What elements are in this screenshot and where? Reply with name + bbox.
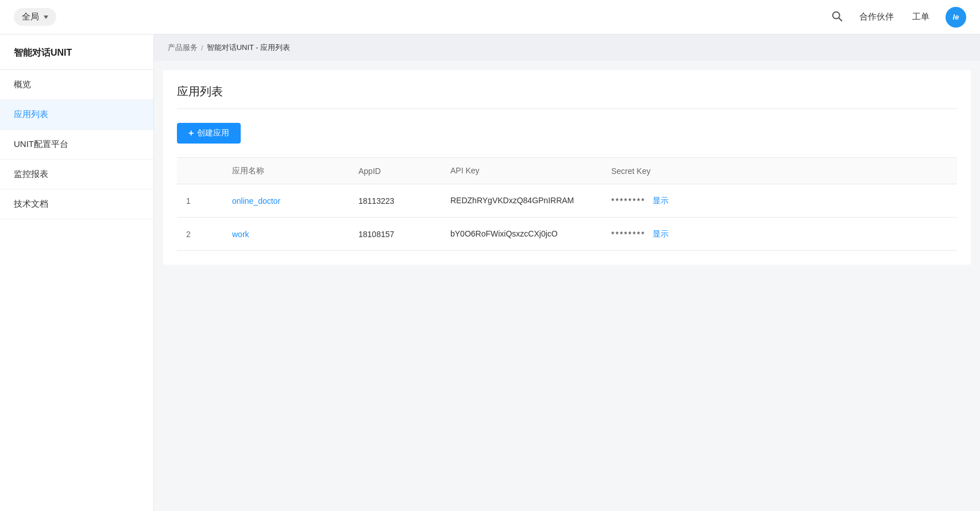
global-selector[interactable]: 全局 [14,8,56,26]
layout: 智能对话UNIT 概览 应用列表 UNIT配置平台 监控报表 技术文档 产品服务… [0,34,980,511]
col-secretkey: Secret Key [602,158,957,184]
create-app-button[interactable]: + 创建应用 [177,123,241,144]
app-table: 应用名称 AppID API Key Secret Key 1 online_d… [177,157,957,251]
col-name: 应用名称 [223,158,349,184]
secret-dots: ******** [611,230,646,239]
sidebar-item-overview[interactable]: 概览 [0,70,153,100]
table-row: 2 work 18108157 bY0O6RoFWixiQsxzcCXj0jcO… [177,218,957,251]
chevron-down-icon [44,16,48,19]
row-apikey: bY0O6RoFWixiQsxzcCXj0jcO [441,218,602,251]
show-secret-link[interactable]: 显示 [653,229,669,239]
sidebar: 智能对话UNIT 概览 应用列表 UNIT配置平台 监控报表 技术文档 [0,34,154,511]
table-body: 1 online_doctor 18113223 REDZhRYgVKDxzQ8… [177,184,957,251]
page-title: 应用列表 [177,84,957,109]
search-icon[interactable] [831,10,843,24]
col-index [177,158,223,184]
sidebar-item-app-list[interactable]: 应用列表 [0,100,153,130]
breadcrumb-root[interactable]: 产品服务 [168,42,198,53]
topbar: 全局 合作伙伴 工单 Ie [0,0,980,34]
breadcrumb-sep: / [201,44,203,52]
svg-line-1 [839,18,842,21]
row-name: work [223,218,349,251]
app-name-link[interactable]: online_doctor [232,196,280,206]
row-name: online_doctor [223,184,349,218]
show-secret-link[interactable]: 显示 [653,196,669,206]
row-secret: ******** 显示 [602,218,957,251]
main: 产品服务 / 智能对话UNIT - 应用列表 应用列表 + 创建应用 应用名称 … [154,34,980,511]
col-apikey: API Key [441,158,602,184]
content-area: 应用列表 + 创建应用 应用名称 AppID API Key Secret Ke… [163,70,971,265]
breadcrumb-current: 智能对话UNIT - 应用列表 [207,42,291,53]
sidebar-item-docs[interactable]: 技术文档 [0,189,153,219]
row-appid: 18108157 [349,218,441,251]
table-header: 应用名称 AppID API Key Secret Key [177,158,957,184]
table-row: 1 online_doctor 18113223 REDZhRYgVKDxzQ8… [177,184,957,218]
row-secret: ******** 显示 [602,184,957,218]
sidebar-item-unit-config[interactable]: UNIT配置平台 [0,130,153,160]
topbar-links: 合作伙伴 工单 [859,11,929,22]
workorder-link[interactable]: 工单 [912,11,929,22]
row-appid: 18113223 [349,184,441,218]
breadcrumb: 产品服务 / 智能对话UNIT - 应用列表 [154,34,980,61]
row-apikey: REDZhRYgVKDxzQ84GPnIRRAM [441,184,602,218]
global-label: 全局 [22,11,39,22]
avatar[interactable]: Ie [946,7,966,28]
create-btn-label: 创建应用 [197,128,229,138]
partner-link[interactable]: 合作伙伴 [859,11,894,22]
col-appid: AppID [349,158,441,184]
row-index: 2 [177,218,223,251]
plus-icon: + [188,128,194,138]
secret-dots: ******** [611,196,646,206]
row-index: 1 [177,184,223,218]
app-name-link[interactable]: work [232,230,249,239]
sidebar-title: 智能对话UNIT [0,34,153,70]
sidebar-item-monitor[interactable]: 监控报表 [0,160,153,189]
